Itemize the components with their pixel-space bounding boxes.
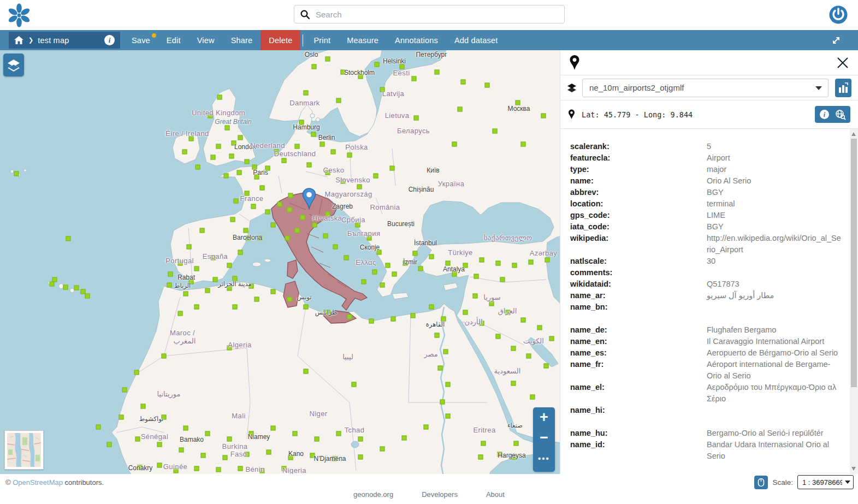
airport-marker[interactable] [271, 426, 276, 431]
airport-marker[interactable] [122, 388, 127, 393]
airport-marker[interactable] [516, 100, 520, 105]
airport-marker[interactable] [205, 288, 210, 293]
airport-marker[interactable] [474, 274, 479, 279]
airport-marker[interactable] [189, 137, 194, 141]
airport-marker[interactable] [249, 431, 254, 436]
airport-marker[interactable] [320, 142, 325, 147]
airport-marker[interactable] [537, 325, 542, 330]
airport-marker[interactable] [223, 455, 228, 460]
airport-marker[interactable] [194, 305, 199, 310]
airport-marker[interactable] [375, 62, 380, 67]
airport-marker[interactable] [63, 285, 68, 290]
airport-marker[interactable] [463, 310, 468, 315]
airport-marker[interactable] [304, 305, 309, 310]
airport-marker[interactable] [358, 74, 363, 79]
geonode-logo-icon[interactable] [7, 2, 31, 28]
airport-marker[interactable] [135, 437, 140, 442]
airport-marker[interactable] [307, 163, 312, 168]
coordinate-search-icon[interactable] [835, 109, 846, 120]
airport-marker[interactable] [227, 346, 232, 351]
airport-marker[interactable] [380, 283, 385, 288]
toolbar-item-annotations[interactable]: Annotations [387, 30, 446, 50]
airport-marker[interactable] [282, 466, 287, 471]
toolbar-item-save[interactable]: Save [123, 30, 158, 50]
airport-marker[interactable] [377, 250, 382, 255]
footer-link-geonode-org[interactable]: geonode.org [353, 490, 393, 499]
airport-marker[interactable] [530, 395, 535, 400]
airport-marker[interactable] [310, 453, 315, 458]
airport-marker[interactable] [217, 95, 222, 100]
airport-marker[interactable] [352, 382, 357, 387]
airport-marker[interactable] [237, 170, 242, 175]
airport-marker[interactable] [178, 311, 183, 316]
dataset-select[interactable]: ne_10m_airports2_otjgmlf [582, 79, 829, 97]
airport-marker[interactable] [413, 251, 418, 256]
toolbar-item-share[interactable]: Share [223, 30, 261, 50]
airport-marker[interactable] [332, 456, 337, 461]
airport-marker[interactable] [187, 245, 192, 250]
airport-marker[interactable] [514, 441, 519, 446]
airport-marker[interactable] [549, 336, 554, 341]
airport-marker[interactable] [184, 292, 188, 297]
osm-link[interactable]: OpenStreetMap [13, 478, 63, 487]
airport-marker[interactable] [441, 317, 446, 322]
airport-marker[interactable] [138, 465, 143, 470]
airport-marker[interactable] [288, 455, 293, 460]
airport-marker[interactable] [255, 175, 259, 180]
airport-marker[interactable] [331, 150, 336, 155]
airport-marker[interactable] [493, 129, 498, 134]
airport-marker[interactable] [288, 193, 293, 198]
airport-marker[interactable] [252, 165, 257, 170]
airport-marker[interactable] [429, 305, 434, 310]
airport-marker[interactable] [541, 114, 546, 118]
airport-marker[interactable] [418, 266, 423, 271]
airport-marker[interactable] [274, 150, 279, 155]
airport-marker[interactable] [521, 318, 526, 323]
airport-marker[interactable] [189, 280, 194, 284]
airport-marker[interactable] [265, 210, 270, 215]
airport-marker[interactable] [446, 382, 451, 387]
airport-marker[interactable] [529, 260, 534, 265]
airport-marker[interactable] [458, 107, 463, 112]
airport-marker[interactable] [402, 436, 407, 441]
airport-marker[interactable] [157, 442, 162, 447]
attribute-value-link[interactable]: http://en.wikipedia.org/wiki/Orio_al_Ser… [707, 233, 845, 256]
airport-marker[interactable] [182, 150, 187, 155]
airport-marker[interactable] [372, 270, 377, 275]
airport-marker[interactable] [227, 263, 232, 268]
airport-marker[interactable] [285, 236, 290, 241]
airport-marker[interactable] [234, 199, 239, 204]
airport-marker[interactable] [336, 98, 341, 103]
airport-marker[interactable] [500, 277, 505, 282]
airport-marker[interactable] [480, 321, 484, 326]
airport-marker[interactable] [326, 170, 330, 175]
airport-marker[interactable] [452, 142, 457, 147]
airport-marker[interactable] [246, 236, 251, 241]
airport-marker[interactable] [134, 370, 139, 375]
airport-marker[interactable] [255, 297, 259, 302]
airport-marker[interactable] [414, 116, 419, 121]
airport-marker[interactable] [545, 258, 550, 263]
airport-marker[interactable] [374, 174, 378, 179]
toolbar-item-delete[interactable]: Delete [261, 30, 300, 50]
zoom-more-button[interactable]: ••• [533, 448, 555, 472]
mouse-position-button[interactable] [754, 476, 768, 489]
close-panel-button[interactable] [836, 56, 849, 69]
airport-marker[interactable] [312, 64, 317, 69]
airport-marker[interactable] [391, 317, 396, 322]
airport-marker[interactable] [265, 166, 270, 171]
toolbar-item-add-dataset[interactable]: Add dataset [446, 30, 506, 50]
airport-marker[interactable] [498, 452, 502, 457]
airport-marker[interactable] [311, 132, 316, 137]
airport-marker[interactable] [229, 154, 234, 159]
airport-marker[interactable] [233, 276, 238, 281]
airport-marker[interactable] [287, 207, 292, 212]
airport-marker[interactable] [367, 236, 372, 241]
airport-marker[interactable] [304, 91, 309, 96]
airport-marker[interactable] [347, 153, 352, 158]
airport-marker[interactable] [74, 286, 79, 290]
airport-marker[interactable] [194, 466, 199, 471]
airport-marker[interactable] [452, 272, 457, 277]
feature-info-button[interactable]: i [819, 109, 830, 120]
airport-marker[interactable] [473, 294, 478, 299]
